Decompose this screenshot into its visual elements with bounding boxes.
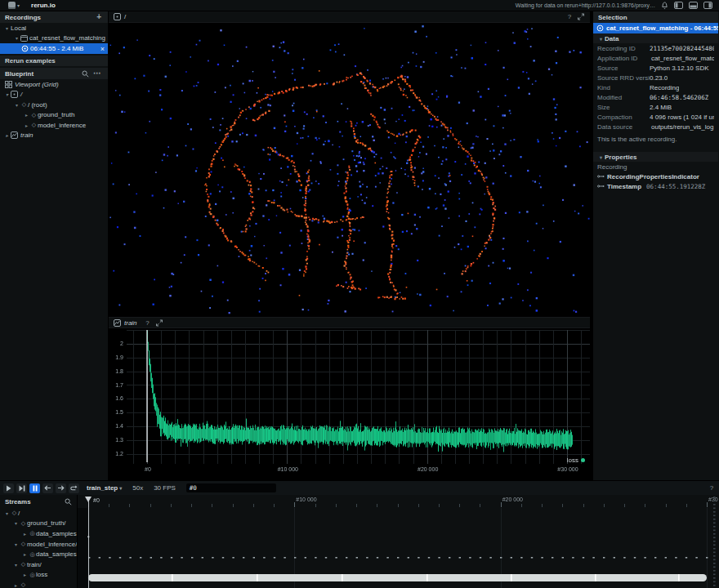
chevron-down-icon[interactable]: ▾ bbox=[13, 102, 20, 108]
entity-icon: ◇ bbox=[30, 112, 38, 118]
chevron-down-icon[interactable]: ▾ bbox=[13, 35, 20, 41]
app-title: rerun.io bbox=[31, 2, 56, 9]
tree-item-entity-root[interactable]: ▾ ◇ / (root) bbox=[0, 100, 108, 110]
add-recording-button[interactable]: + bbox=[95, 13, 103, 21]
go-to-end-button[interactable] bbox=[56, 483, 66, 493]
current-time-field[interactable]: #0 bbox=[186, 483, 276, 492]
more-options-icon[interactable]: ⋯ bbox=[92, 69, 103, 78]
notification-bell-icon[interactable] bbox=[661, 2, 668, 10]
go-to-start-button[interactable] bbox=[42, 483, 53, 493]
streams-title: Streams bbox=[5, 498, 31, 506]
chevron-right-icon[interactable]: ▸ bbox=[21, 531, 29, 537]
left-panel: Recordings + ▾ Local ▾ cat_resnet_flow_m… bbox=[0, 11, 109, 480]
selection-data-row: SourcePython 3.12.10 SDK bbox=[593, 63, 718, 73]
view-2d-icon bbox=[114, 13, 121, 20]
tree-item-view-train[interactable]: ▸ train bbox=[0, 131, 108, 141]
viewport-grid-icon bbox=[5, 81, 12, 88]
help-button[interactable]: ? bbox=[144, 319, 152, 327]
chevron-down-icon[interactable]: ▾ bbox=[12, 562, 20, 568]
spatial-view-canvas[interactable] bbox=[109, 23, 590, 317]
spatial-view-tab-label[interactable]: / bbox=[124, 13, 126, 20]
stream-row-loss[interactable]: ▸◎loss bbox=[0, 570, 77, 581]
tree-item-ground-truth[interactable]: ▸ ◇ ground_truth bbox=[0, 110, 108, 121]
maximize-view-icon[interactable] bbox=[155, 319, 163, 327]
playback-speed[interactable]: 50x bbox=[132, 484, 143, 492]
play-button[interactable] bbox=[3, 483, 14, 493]
search-icon[interactable] bbox=[82, 70, 89, 78]
selection-title: Selection bbox=[598, 14, 627, 21]
tree-item-view-root[interactable]: ▾ / bbox=[0, 90, 108, 100]
chevron-right-icon[interactable]: ▸ bbox=[12, 582, 20, 588]
rerun-examples-section[interactable]: Rerun examples bbox=[0, 56, 108, 66]
tree-item-recording-selected[interactable]: 06:44:55 - 2.4 MiB × bbox=[0, 43, 108, 54]
property-value: 06:46:58.546206Z bbox=[650, 94, 708, 101]
loop-button[interactable] bbox=[69, 483, 79, 493]
stream-label: ground_truth/ bbox=[27, 519, 66, 527]
legend-series-dot bbox=[581, 458, 585, 462]
help-button[interactable]: ? bbox=[708, 484, 716, 492]
tree-item-viewport[interactable]: Viewport (Grid) bbox=[0, 79, 108, 90]
component-icon: ◎ bbox=[29, 551, 36, 558]
entity-icon: ◇ bbox=[20, 561, 27, 568]
data-section-header[interactable]: ▾ Data bbox=[593, 33, 718, 43]
chevron-down-icon[interactable]: ▾ bbox=[3, 510, 11, 516]
stream-label: loss bbox=[36, 571, 47, 578]
chevron-down-icon[interactable]: ▾ bbox=[12, 520, 20, 526]
stream-row-model_inference-[interactable]: ▾◇model_inference/ bbox=[0, 539, 77, 550]
tree-item-local[interactable]: ▾ Local bbox=[0, 23, 108, 33]
tree-item-model-inference[interactable]: ▸ ◇ model_inference bbox=[0, 120, 108, 131]
selected-recording-row[interactable]: cat_resnet_flow_matching - 06:44:55 bbox=[593, 23, 718, 33]
chevron-right-icon[interactable]: ▸ bbox=[21, 572, 29, 577]
stream-label: data_samples bbox=[36, 550, 77, 558]
chevron-down-icon[interactable]: ▾ bbox=[3, 25, 11, 31]
blueprint-panel-header: Blueprint ⋯ bbox=[0, 68, 108, 79]
application-icon bbox=[20, 35, 28, 42]
properties-section-header[interactable]: ▾ Properties bbox=[593, 152, 718, 162]
component-icon bbox=[597, 184, 605, 189]
toggle-bottom-panel-icon[interactable] bbox=[689, 2, 698, 9]
timeline-dropdown[interactable]: train_step ▾ bbox=[87, 484, 122, 492]
connection-status-text: Waiting for data on rerun+http://127.0.0… bbox=[516, 2, 655, 8]
blueprint-title: Blueprint bbox=[5, 70, 33, 78]
search-icon[interactable] bbox=[65, 498, 72, 506]
timeline-canvas[interactable] bbox=[78, 495, 719, 588]
stream-row-data_samples[interactable]: ▸◎data_samples bbox=[0, 549, 77, 559]
menu-caret-icon: ▾ bbox=[17, 3, 20, 8]
recording-property-row[interactable]: Timestamp06:44:55.191228Z bbox=[593, 181, 718, 191]
recording-property-row[interactable]: RecordingPropertiesIndicator bbox=[593, 172, 718, 181]
plot-legend[interactable]: loss bbox=[567, 457, 585, 464]
stream-row-data_samples[interactable]: ▸◎data_samples bbox=[0, 528, 77, 539]
property-label: Application ID bbox=[597, 55, 650, 62]
dropdown-caret-icon: ▾ bbox=[119, 486, 122, 491]
step-forward-button[interactable] bbox=[16, 483, 27, 493]
chevron-right-icon[interactable]: ▸ bbox=[23, 122, 30, 128]
help-button[interactable]: ? bbox=[565, 13, 574, 20]
stream-row--[interactable]: ▾◇/ bbox=[0, 508, 77, 519]
chevron-down-icon[interactable]: ▾ bbox=[12, 541, 20, 547]
timeseries-view-header: train ? bbox=[109, 317, 590, 328]
timeseries-view-title[interactable]: train bbox=[124, 319, 137, 327]
chevron-right-icon[interactable]: ▸ bbox=[21, 551, 29, 557]
chevron-right-icon[interactable]: ▸ bbox=[23, 112, 30, 118]
property-value: Recording bbox=[650, 84, 679, 91]
selection-data-row: Size2.4 MiB bbox=[593, 102, 718, 112]
toggle-left-panel-icon[interactable] bbox=[674, 2, 683, 9]
selection-data-row: KindRecording bbox=[593, 82, 718, 92]
stream-row-partial[interactable]: ▸◇ bbox=[0, 580, 77, 588]
stream-row-ground_truth-[interactable]: ▾◇ground_truth/ bbox=[0, 519, 77, 529]
timeseries-view-icon bbox=[11, 131, 18, 139]
tree-item-application[interactable]: ▾ cat_resnet_flow_matching bbox=[0, 33, 108, 44]
maximize-view-icon[interactable] bbox=[577, 13, 585, 20]
close-recording-button[interactable]: × bbox=[100, 45, 105, 53]
chevron-right-icon[interactable]: ▸ bbox=[3, 132, 11, 138]
stream-row-train-[interactable]: ▾◇train/ bbox=[0, 559, 77, 570]
loss-plot-canvas[interactable] bbox=[109, 328, 590, 479]
app-menu-button[interactable]: ▾ bbox=[0, 2, 20, 9]
toggle-right-panel-icon[interactable] bbox=[703, 2, 712, 9]
pause-button[interactable] bbox=[29, 483, 40, 493]
chevron-down-icon[interactable]: ▾ bbox=[3, 91, 11, 97]
playback-fps[interactable]: 30 FPS bbox=[154, 484, 176, 492]
property-label: Modified bbox=[597, 94, 650, 101]
component-icon: ◎ bbox=[29, 530, 36, 537]
time-controls-toolbar: train_step ▾ 50x 30 FPS #0 ? bbox=[0, 480, 719, 495]
